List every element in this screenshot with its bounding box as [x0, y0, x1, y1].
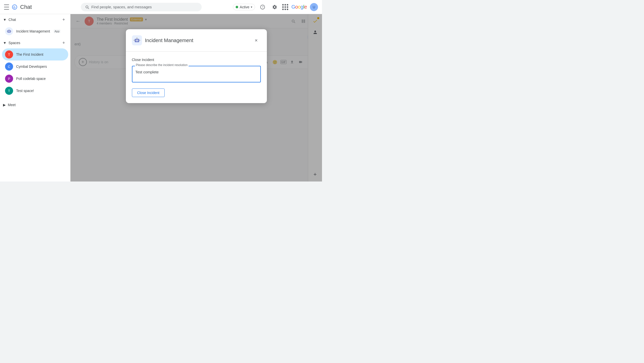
space-label-cymbal: Cymbal Developers: [16, 65, 47, 69]
svg-rect-16: [137, 40, 138, 41]
dialog-section-title: Close Incident: [132, 58, 261, 62]
meet-section-label: Meet: [8, 103, 16, 107]
svg-point-19: [136, 37, 137, 38]
app-badge: App: [54, 29, 61, 33]
bot-avatar: [5, 27, 13, 35]
sidebar: ▼ Chat + Incident Management Ap: [0, 14, 70, 182]
chat-chevron-icon: ▼: [3, 18, 7, 22]
meet-section-title: ▶ Meet: [3, 103, 16, 107]
add-chat-button[interactable]: +: [60, 16, 67, 23]
svg-rect-4: [7, 30, 11, 33]
dialog-field-wrapper: Please describe the incident resolution: [132, 66, 261, 83]
dialog-robot-icon: [133, 37, 141, 44]
sidebar-item-the-first-incident[interactable]: T The First Incident: [2, 48, 68, 60]
main-layout: ▼ Chat + Incident Management Ap: [0, 14, 322, 182]
dialog-overlay: Incident Management × Close Incident Ple…: [70, 14, 322, 182]
sidebar-item-cymbal-developers[interactable]: C Cymbal Developers: [2, 60, 68, 73]
space-avatar-cymbal: C: [5, 63, 13, 71]
meet-chevron-icon: ▶: [3, 103, 6, 107]
google-chat-logo: G: [11, 4, 18, 11]
search-placeholder: Find people, spaces, and messages: [91, 5, 152, 9]
app-title: Chat: [20, 4, 32, 10]
svg-rect-10: [7, 31, 7, 32]
svg-text:?: ?: [262, 6, 264, 9]
add-space-button[interactable]: +: [60, 39, 67, 46]
dialog-resolution-textarea[interactable]: [132, 66, 261, 82]
active-status-badge[interactable]: Active ▾: [233, 4, 255, 10]
dialog-field-label: Please describe the incident resolution: [135, 63, 189, 67]
avatar-initial: U: [313, 5, 315, 9]
search-bar[interactable]: Find people, spaces, and messages: [81, 3, 202, 11]
space-avatar-poll: P: [5, 75, 13, 83]
settings-icon: [272, 5, 277, 10]
svg-rect-20: [133, 40, 135, 41]
chat-section-header[interactable]: ▼ Chat +: [0, 14, 70, 25]
google-apps-button[interactable]: [282, 4, 288, 10]
dialog-close-button[interactable]: ×: [252, 36, 261, 45]
svg-rect-6: [9, 31, 10, 32]
active-indicator: [236, 6, 238, 8]
search-icon: [85, 5, 89, 9]
content-area: ← T The First Incident External ▾ 4 memb…: [70, 14, 322, 182]
svg-rect-11: [11, 31, 12, 32]
space-avatar-t1: T: [5, 50, 13, 58]
svg-rect-21: [139, 40, 140, 41]
meet-section-header[interactable]: ▶ Meet: [0, 101, 70, 109]
svg-rect-7: [9, 32, 9, 32]
sidebar-item-incident-management[interactable]: Incident Management App: [2, 25, 68, 37]
topbar-right: Active ▾ ? Google U: [233, 3, 318, 12]
active-dropdown-icon: ▾: [251, 5, 252, 9]
chat-section-label: Chat: [9, 18, 16, 22]
space-label-test: Test space!: [16, 89, 34, 93]
svg-rect-17: [136, 41, 137, 42]
spaces-section-header[interactable]: ▼ Spaces +: [0, 37, 70, 48]
spaces-section-label: Spaces: [9, 41, 20, 45]
help-button[interactable]: ?: [258, 3, 267, 12]
sidebar-item-test-space[interactable]: T Test space!: [2, 85, 68, 97]
chat-section-title: ▼ Chat: [3, 18, 16, 22]
dialog-header: Incident Management ×: [132, 35, 261, 45]
incident-management-dialog: Incident Management × Close Incident Ple…: [126, 29, 267, 103]
user-avatar[interactable]: U: [310, 3, 318, 11]
dialog-title: Incident Management: [145, 38, 193, 43]
svg-rect-5: [8, 31, 9, 32]
close-incident-button[interactable]: Close Incident: [132, 88, 165, 97]
spaces-chevron-icon: ▼: [3, 41, 7, 45]
dialog-bot-icon: [132, 35, 142, 45]
topbar-left: G Chat: [4, 4, 49, 11]
space-label-first-incident: The First Incident: [16, 52, 43, 56]
sidebar-item-poll-codelab[interactable]: P Poll codelab space: [2, 73, 68, 85]
dialog-title-row: Incident Management: [132, 35, 193, 45]
space-label-poll: Poll codelab space: [16, 77, 46, 81]
svg-rect-14: [135, 39, 139, 42]
active-label: Active: [240, 5, 249, 9]
hamburger-menu-icon[interactable]: [4, 5, 9, 10]
google-wordmark: Google: [291, 4, 307, 10]
svg-rect-15: [136, 40, 137, 41]
svg-text:G: G: [13, 6, 16, 9]
svg-point-9: [9, 29, 9, 29]
settings-button[interactable]: [270, 3, 279, 12]
dialog-divider: [126, 51, 267, 52]
incident-management-label: Incident Management: [16, 29, 50, 33]
topbar: G Chat Find people, spaces, and messages…: [0, 0, 322, 14]
help-icon: ?: [260, 5, 265, 10]
robot-icon: [6, 28, 12, 34]
space-avatar-test: T: [5, 87, 13, 95]
spaces-section-title: ▼ Spaces: [3, 41, 20, 45]
topbar-search: Find people, spaces, and messages: [49, 3, 233, 11]
